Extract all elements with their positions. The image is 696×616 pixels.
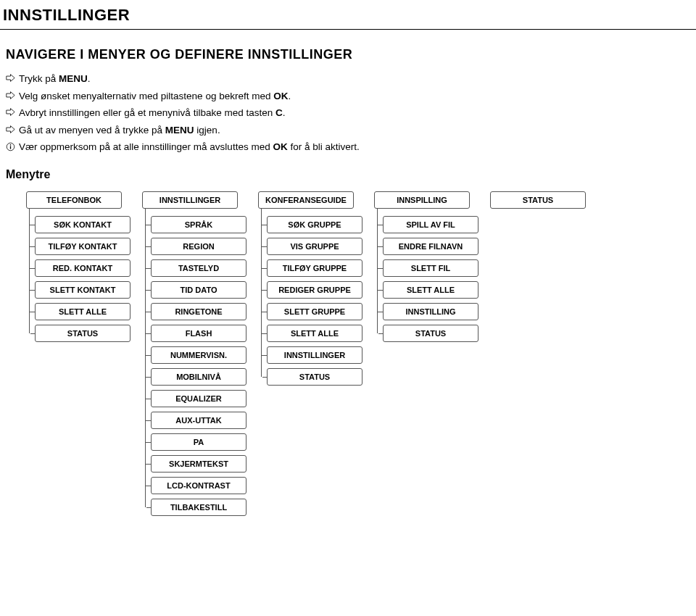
tree-item: REGION [151,238,246,255]
tree-item: TILFØY GRUPPE [267,259,362,277]
arrow-right-icon [6,105,19,120]
arrow-right-icon [6,122,19,138]
tree-item: LCD-KONTRAST [151,477,246,494]
tree-column-telefonbok: TELEFONBOK SØK KONTAKT TILFØY KONTAKT RE… [26,191,130,520]
instruction-item: Velg ønsket menyalternativ med piltasten… [6,88,696,104]
tree-item: PA [151,433,246,451]
tree-item: REDIGER GRUPPE [267,281,362,299]
tree-item: RINGETONE [151,303,246,320]
tree-item: SLETT ALLE [383,281,478,299]
tree-item: INNSTILLING [383,303,478,320]
menu-tree: TELEFONBOK SØK KONTAKT TILFØY KONTAKT RE… [6,191,696,520]
tree-item: SØK GRUPPE [267,216,362,233]
tree-item: SLETT GRUPPE [267,303,362,320]
tree-column-konferanseguide: KONFERANSEGUIDE SØK GRUPPE VIS GRUPPE TI… [258,191,362,520]
tree-item: TID DATO [151,281,246,299]
instruction-text: Avbryt innstillingen eller gå et menyniv… [19,105,285,121]
tree-item: STATUS [267,368,362,386]
tree-item: TILBAKESTILL [151,499,246,516]
tree-item: STATUS [383,325,478,342]
tree-item: FLASH [151,325,246,342]
instruction-list: Trykk på MENU. Velg ønsket menyalternati… [6,71,696,155]
section-subtitle: NAVIGERE I MENYER OG DEFINERE INNSTILLIN… [6,47,696,62]
instruction-text: Trykk på MENU. [19,71,91,87]
content-area: NAVIGERE I MENYER OG DEFINERE INNSTILLIN… [0,30,696,520]
tree-head: INNSTILLINGER [142,191,238,209]
tree-item: INNSTILLINGER [267,346,362,364]
tree-item: TILFØY KONTAKT [35,238,130,255]
instruction-text: Vær oppmerksom på at alle innstillinger … [19,139,360,155]
tree-item: STATUS [35,325,130,342]
tree-item: SPILL AV FIL [383,216,478,233]
instruction-item: Trykk på MENU. [6,71,696,87]
tree-item: SLETT ALLE [35,303,130,320]
instruction-item: Vær oppmerksom på at alle innstillinger … [6,139,696,155]
tree-item: EQUALIZER [151,390,246,407]
tree-column-status: STATUS [490,191,586,520]
tree-item: SPRÅK [151,216,246,233]
instruction-item: Gå ut av menyen ved å trykke på MENU igj… [6,122,696,138]
tree-item: SLETT FIL [383,259,478,277]
arrow-right-icon [6,88,19,104]
svg-rect-2 [10,146,11,149]
instruction-text: Velg ønsket menyalternativ med piltasten… [19,88,291,104]
tree-item: NUMMERVISN. [151,346,246,364]
instruction-text: Gå ut av menyen ved å trykke på MENU igj… [19,122,220,138]
tree-item: AUX-UTTAK [151,412,246,429]
page-title: INNSTILLINGER [0,0,696,30]
menu-tree-heading: Menytre [6,168,696,181]
tree-column-innspilling: INNSPILLING SPILL AV FIL ENDRE FILNAVN S… [374,191,478,520]
info-icon [6,139,19,154]
tree-head: TELEFONBOK [26,191,122,209]
tree-item: TASTELYD [151,259,246,277]
tree-item: MOBILNIVÅ [151,368,246,386]
tree-item: VIS GRUPPE [267,238,362,255]
tree-head: KONFERANSEGUIDE [258,191,354,209]
instruction-item: Avbryt innstillingen eller gå et menyniv… [6,105,696,121]
tree-item: SKJERMTEKST [151,455,246,473]
tree-head: STATUS [490,191,586,209]
svg-point-1 [10,144,12,146]
tree-column-innstillinger: INNSTILLINGER SPRÅK REGION TASTELYD TID … [142,191,246,520]
tree-item: RED. KONTAKT [35,259,130,277]
tree-item: SØK KONTAKT [35,216,130,233]
tree-head: INNSPILLING [374,191,470,209]
arrow-right-icon [6,71,19,86]
tree-item: ENDRE FILNAVN [383,238,478,255]
tree-item: SLETT KONTAKT [35,281,130,299]
tree-item: SLETT ALLE [267,325,362,342]
